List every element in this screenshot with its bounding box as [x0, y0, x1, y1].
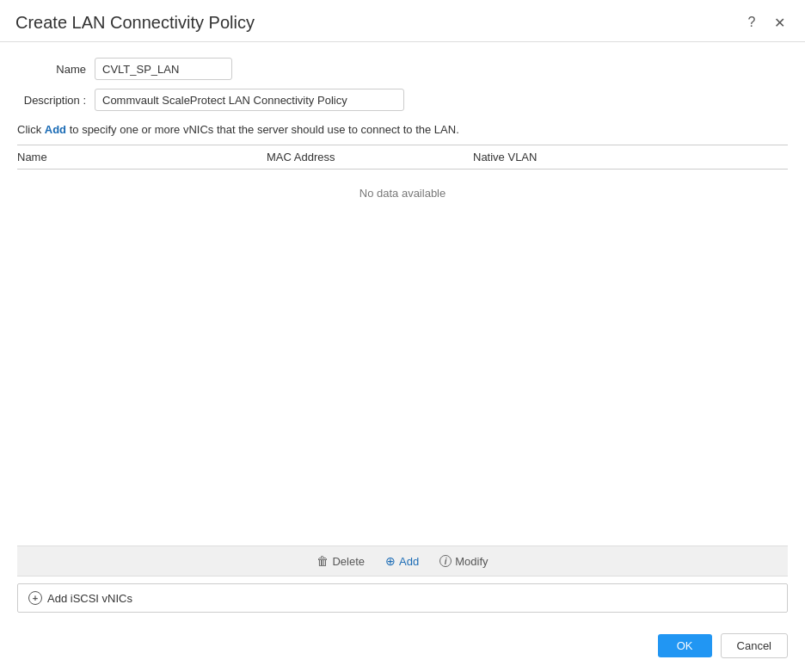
description-input[interactable]: [95, 89, 404, 111]
dialog-header: Create LAN Connectivity Policy ? ✕: [0, 0, 805, 42]
add-label: Add: [399, 555, 419, 568]
instruction-text: Click Add to specify one or more vNICs t…: [17, 123, 788, 136]
vnic-toolbar: 🗑 Delete ⊕ Add i Modify: [17, 546, 788, 576]
dialog-body: Name Description : Click Add to specify …: [0, 42, 805, 620]
col-header-vlan: Native VLAN: [473, 151, 788, 163]
dialog-title: Create LAN Connectivity Policy: [15, 13, 255, 33]
col-header-mac: MAC Address: [267, 151, 473, 163]
delete-icon: 🗑: [316, 554, 329, 568]
delete-label: Delete: [332, 555, 365, 568]
add-icon: ⊕: [385, 554, 396, 568]
description-label: Description :: [17, 94, 95, 107]
name-input[interactable]: [95, 58, 232, 80]
table-header: Name MAC Address Native VLAN: [17, 145, 788, 170]
ok-button[interactable]: OK: [658, 634, 712, 657]
modify-button[interactable]: i Modify: [436, 553, 491, 570]
cancel-button[interactable]: Cancel: [721, 633, 788, 658]
help-button[interactable]: ?: [741, 12, 762, 33]
instruction-add-link: Add: [45, 123, 66, 136]
dialog-footer: OK Cancel: [0, 620, 805, 672]
iscsi-add-icon: +: [28, 591, 42, 605]
name-row: Name: [17, 58, 788, 80]
header-icons: ? ✕: [741, 12, 790, 33]
name-label: Name: [17, 63, 95, 76]
col-header-name: Name: [17, 151, 267, 163]
create-lan-dialog: Create LAN Connectivity Policy ? ✕ Name …: [0, 0, 805, 672]
table-body: No data available: [17, 170, 788, 546]
no-data-message: No data available: [359, 187, 446, 200]
vnic-table-section: Name MAC Address Native VLAN No data ava…: [17, 145, 788, 546]
instruction-suffix: to specify one or more vNICs that the se…: [66, 123, 459, 136]
description-row: Description :: [17, 89, 788, 111]
iscsi-label: Add iSCSI vNICs: [47, 592, 132, 605]
add-button[interactable]: ⊕ Add: [382, 552, 422, 570]
delete-button[interactable]: 🗑 Delete: [313, 552, 368, 570]
instruction-prefix: Click: [17, 123, 45, 136]
modify-icon: i: [439, 555, 452, 567]
iscsi-vnics-section[interactable]: + Add iSCSI vNICs: [17, 583, 788, 613]
modify-label: Modify: [455, 555, 488, 568]
close-button[interactable]: ✕: [769, 12, 790, 33]
